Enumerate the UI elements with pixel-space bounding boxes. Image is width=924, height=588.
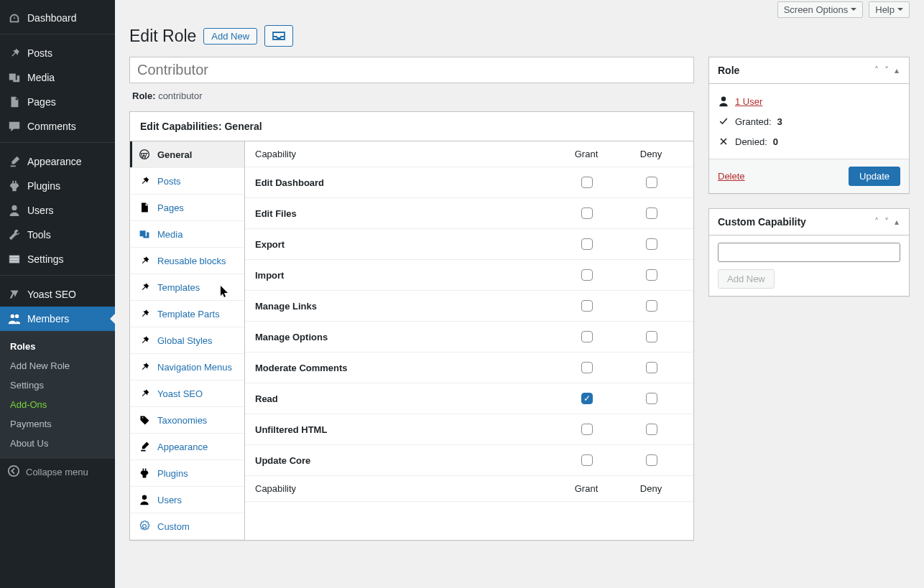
tab-plugins[interactable]: Plugins <box>130 460 244 487</box>
sliders-icon <box>7 252 22 266</box>
custom-capability-input[interactable] <box>718 243 900 262</box>
deny-checkbox[interactable] <box>646 207 657 219</box>
wp-icon <box>139 149 152 160</box>
grant-checkbox[interactable] <box>581 393 593 404</box>
submenu-add-new-role[interactable]: Add New Role <box>0 356 115 375</box>
deny-checkbox[interactable] <box>646 269 657 281</box>
collapse-menu[interactable]: Collapse menu <box>0 459 115 485</box>
caret-up-icon[interactable]: ▴ <box>893 217 900 227</box>
deny-checkbox[interactable] <box>646 177 657 188</box>
capability-name: Edit Dashboard <box>255 177 554 188</box>
chevron-up-icon[interactable]: ˄ <box>873 217 880 227</box>
tab-media[interactable]: Media <box>130 221 244 248</box>
chevron-down-icon[interactable]: ˅ <box>883 217 890 227</box>
menu-settings[interactable]: Settings <box>0 247 115 271</box>
grant-checkbox[interactable] <box>581 454 593 466</box>
menu-tools[interactable]: Tools <box>0 223 115 247</box>
grant-checkbox[interactable] <box>581 207 593 219</box>
table-header: Capability Grant Deny <box>245 141 693 167</box>
menu-yoast-label: Yoast SEO <box>27 289 76 300</box>
capability-name: Export <box>255 239 554 250</box>
pin-icon <box>139 281 152 293</box>
inbox-button[interactable] <box>264 25 293 47</box>
add-new-capability-button[interactable]: Add New <box>718 269 775 289</box>
deny-checkbox[interactable] <box>646 300 657 312</box>
table-row: Manage Options <box>245 322 693 353</box>
menu-dashboard[interactable]: Dashboard <box>0 6 115 30</box>
tab-label: Posts <box>157 176 181 187</box>
users-link[interactable]: 1 User <box>735 96 762 107</box>
caret-up-icon[interactable]: ▴ <box>893 65 900 75</box>
col-grant: Grant <box>554 149 619 159</box>
tab-label: Template Parts <box>157 309 220 319</box>
chevron-down-icon[interactable]: ˅ <box>883 65 890 75</box>
tab-posts[interactable]: Posts <box>130 168 244 195</box>
tab-yoast-seo[interactable]: Yoast SEO <box>130 381 244 407</box>
menu-users[interactable]: Users <box>0 198 115 223</box>
table-row: Export <box>245 229 693 260</box>
grant-checkbox[interactable] <box>581 238 593 250</box>
menu-appearance[interactable]: Appearance <box>0 149 115 174</box>
capability-name: Moderate Comments <box>255 363 554 373</box>
tab-users[interactable]: Users <box>130 487 244 513</box>
role-box: Role ˄ ˅ ▴ 1 User <box>708 57 910 194</box>
media-icon <box>139 228 152 240</box>
tab-general[interactable]: General <box>130 141 244 168</box>
tab-pages[interactable]: Pages <box>130 195 244 221</box>
tab-label: Global Styles <box>157 335 213 346</box>
pin-icon <box>139 175 152 187</box>
deny-checkbox[interactable] <box>646 424 657 435</box>
submenu-about[interactable]: About Us <box>0 434 115 453</box>
deny-checkbox[interactable] <box>646 331 657 342</box>
delete-link[interactable]: Delete <box>718 171 745 182</box>
chevron-up-icon[interactable]: ˄ <box>873 65 880 75</box>
capability-name: Unfiltered HTML <box>255 424 554 435</box>
tab-label: Custom <box>157 521 190 532</box>
role-name-input[interactable] <box>129 57 694 83</box>
tab-taxonomies[interactable]: Taxonomies <box>130 407 244 434</box>
menu-posts[interactable]: Posts <box>0 41 115 65</box>
grant-checkbox[interactable] <box>581 362 593 373</box>
tab-template-parts[interactable]: Template Parts <box>130 301 244 327</box>
grant-checkbox[interactable] <box>581 269 593 281</box>
menu-members[interactable]: Members <box>0 307 115 331</box>
menu-plugins[interactable]: Plugins <box>0 174 115 198</box>
role-slug-value: contributor <box>158 90 202 101</box>
menu-posts-label: Posts <box>27 47 52 59</box>
menu-pages[interactable]: Pages <box>0 90 115 114</box>
members-icon <box>7 312 22 326</box>
submenu-settings[interactable]: Settings <box>0 375 115 395</box>
deny-checkbox[interactable] <box>646 393 657 404</box>
capability-name: Read <box>255 393 554 404</box>
submenu-roles[interactable]: Roles <box>0 337 115 356</box>
chevron-down-icon <box>851 8 856 14</box>
grant-checkbox[interactable] <box>581 331 593 342</box>
tab-templates[interactable]: Templates <box>130 274 244 301</box>
add-new-button[interactable]: Add New <box>203 28 257 45</box>
menu-comments[interactable]: Comments <box>0 114 115 139</box>
help-button[interactable]: Help <box>869 1 910 18</box>
grant-checkbox[interactable] <box>581 300 593 312</box>
tab-reusable-blocks[interactable]: Reusable blocks <box>130 248 244 274</box>
capability-name: Manage Options <box>255 332 554 342</box>
grant-checkbox[interactable] <box>581 424 593 435</box>
deny-checkbox[interactable] <box>646 454 657 466</box>
grant-checkbox[interactable] <box>581 177 593 188</box>
menu-media[interactable]: Media <box>0 65 115 90</box>
denied-count: 0 <box>773 136 778 147</box>
tab-navigation-menus[interactable]: Navigation Menus <box>130 354 244 381</box>
submenu-payments[interactable]: Payments <box>0 414 115 434</box>
pin-icon <box>139 335 152 346</box>
submenu-addons[interactable]: Add-Ons <box>0 395 115 414</box>
screen-options-button[interactable]: Screen Options <box>777 1 864 18</box>
tab-custom[interactable]: Custom <box>130 513 244 540</box>
update-button[interactable]: Update <box>849 167 900 186</box>
user-icon <box>718 95 729 107</box>
deny-checkbox[interactable] <box>646 362 657 373</box>
tab-global-styles[interactable]: Global Styles <box>130 327 244 354</box>
plugin-icon <box>7 179 22 193</box>
menu-yoast[interactable]: Yoast SEO <box>0 282 115 307</box>
deny-checkbox[interactable] <box>646 238 657 250</box>
screen-options-label: Screen Options <box>784 4 849 15</box>
tab-appearance[interactable]: Appearance <box>130 434 244 460</box>
